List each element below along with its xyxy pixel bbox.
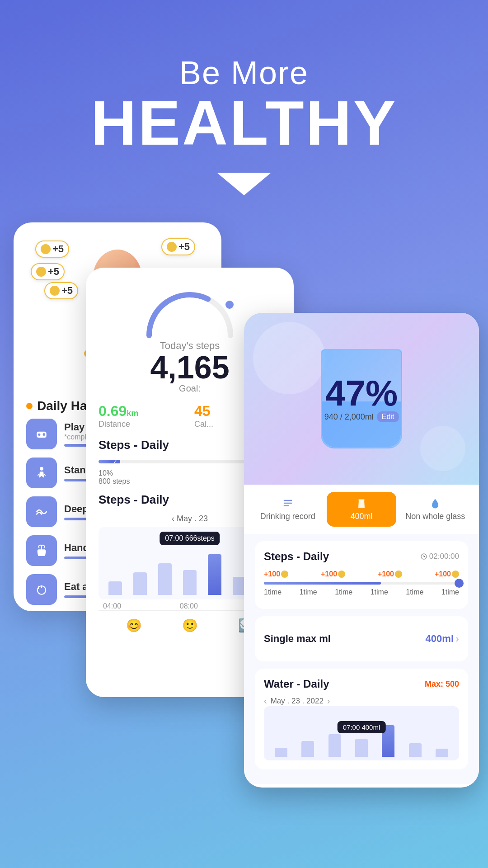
hand-wash-icon [34,543,49,558]
habit-icon-stand [26,458,57,488]
habit-icon-hand [26,535,57,566]
water-bar [301,741,314,757]
healthy-text: HEALTHY [0,91,488,155]
distance-label: Distance [99,420,185,429]
chevron-right-icon [455,632,459,645]
happy-icon: 🙂 [182,618,198,633]
water-daily-section: Water - Daily Max: 500 ‹ May . 23 . 2022… [255,669,468,769]
single-max-label: Single max ml [264,633,331,645]
date-label: May . 23 . 2022 [271,697,324,706]
nav-prev-icon[interactable]: ‹ [264,696,267,706]
percent-sub: 940 / 2,000ml Edit [324,411,399,422]
time-1time: 1time [441,588,459,596]
chart-tooltip: 07:00 666steps [160,532,220,545]
svg-point-4 [38,434,40,436]
water-bar [275,748,287,757]
svg-rect-7 [43,433,44,435]
food-icon [34,582,49,597]
times-row: 1time 1time 1time 1time 1time 1time [264,588,459,596]
coin-icon [50,286,60,296]
coin-icon [36,267,46,277]
time-1time: 1time [406,588,423,596]
stand-icon [34,466,49,480]
habit-icon-game [26,419,57,449]
svg-rect-10 [41,585,42,588]
slider-track [264,582,459,585]
svg-rect-14 [283,505,289,506]
water-card: 47% 940 / 2,000ml Edit Drinking record [244,313,479,788]
water-daily-title: Water - Daily [264,678,329,690]
coin-badge-bottomright: +5 [44,282,78,299]
coin-icon [41,244,51,254]
habit-icon-food [26,574,57,605]
arrow-indicator [0,173,488,195]
water-card-top: 47% 940 / 2,000ml Edit [244,313,479,485]
chart-bar-active [208,554,221,595]
edit-badge[interactable]: Edit [377,411,399,422]
distance-stat: 0.69km Distance [99,403,185,429]
progress-track [99,460,265,463]
progress-800: 800 steps [99,477,130,486]
steps-section-time: 02:00:00 [420,552,459,561]
coins-row: +100 +100 +100 +100 [264,570,459,578]
chart-bar [183,570,197,595]
chart-bar [133,572,147,595]
chart-bar [158,563,172,595]
breath-icon [34,505,49,519]
steps-goal: Goal: [179,383,201,394]
steps-section-title: Steps - Daily [264,550,329,563]
max-label: Max: 500 [425,679,459,689]
time-1time: 1time [264,588,282,596]
nav-next-icon[interactable]: › [327,696,330,706]
water-chart-area: 07:00 400ml [264,706,459,760]
chart-nav: ‹ May . 23 . 2022 › [264,696,459,706]
coin-icon [167,242,177,252]
tab-drinking-record[interactable]: Drinking record [253,492,322,527]
slider-row [264,582,459,585]
habit-icon-breath [26,496,57,527]
svg-point-8 [40,467,43,471]
coin-item: +100 [435,570,459,578]
tab-non-whole-label: Non whole glass [405,512,465,521]
drop-icon [429,497,441,510]
header-section: Be More HEALTHY [0,0,488,195]
water-tabs: Drinking record 400ml Non whole glass [244,485,479,534]
bg-blob2 [420,426,465,471]
time-1time: 1time [371,588,388,596]
smile-icon: 😊 [126,618,142,633]
water-daily-header: Water - Daily Max: 500 [264,678,459,690]
nav-item-smile[interactable]: 😊 [126,618,142,633]
cards-container: +5 +5 +5 +5 [0,222,488,810]
single-max-value: 400ml [426,632,459,645]
clock-icon [420,553,427,560]
tab-400ml[interactable]: 400ml [327,492,396,527]
tab-non-whole-glass[interactable]: Non whole glass [401,492,470,527]
steps-daily-section: Steps - Daily 02:00:00 +100 +100 [255,541,468,609]
time-1time: 1time [300,588,317,596]
coin-badge-midleft: +5 [31,263,65,280]
tab-400ml-label: 400ml [350,512,372,521]
water-bar [328,734,341,757]
time-1time: 1time [335,588,352,596]
svg-rect-13 [283,503,292,504]
orange-dot-icon [26,403,33,409]
coin-item: +100 [264,570,288,578]
water-bar [436,749,448,757]
progress-check-icon [110,460,120,463]
steps-value: 4,165 [150,352,229,383]
nav-item-happy[interactable]: 🙂 [182,618,198,633]
water-bar [355,739,368,757]
coin-badge-topright: +5 [161,238,195,255]
water-card-body: Steps - Daily 02:00:00 +100 +100 [244,534,479,784]
single-max-row[interactable]: Single max ml 400ml [264,625,459,652]
cup-icon [355,497,368,510]
steps-arc-svg [140,281,239,340]
be-more-text: Be More [0,54,488,91]
svg-rect-12 [283,500,292,501]
coin-item: +100 [321,570,345,578]
tab-drinking-label: Drinking record [260,512,315,521]
water-percent: 47% 940 / 2,000ml Edit [324,375,399,422]
distance-value: 0.69km [99,403,185,420]
single-max-section: Single max ml 400ml [255,616,468,661]
svg-rect-15 [358,500,365,500]
